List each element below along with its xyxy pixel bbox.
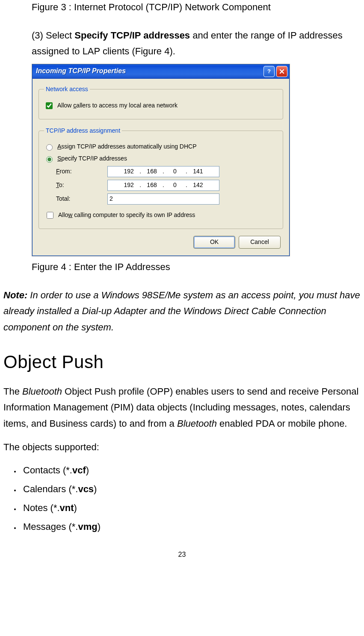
- to-u: T: [56, 181, 59, 188]
- titlebar-buttons: ?: [263, 66, 287, 77]
- close-button[interactable]: [276, 66, 287, 77]
- obj3-post: ): [98, 521, 101, 532]
- dialog-title: Incoming TCP/IP Properties: [36, 66, 126, 77]
- to-ip-3: 142: [189, 181, 207, 190]
- list-item: Messages (*.vmg): [21, 520, 361, 534]
- specify-u: S: [57, 155, 61, 162]
- to-post: o:: [59, 181, 64, 188]
- obj1-ext: vcs: [78, 484, 94, 494]
- help-button[interactable]: ?: [263, 66, 275, 77]
- from-ip-field[interactable]: 192. 168. 0. 141: [107, 166, 219, 177]
- step3-bold: Specify TCP/IP addresses: [74, 30, 190, 41]
- section-heading: Object Push: [3, 348, 361, 376]
- allow-callers-label: Allow callers to access my local area ne…: [57, 101, 178, 110]
- from-ip-3: 141: [189, 167, 207, 176]
- obj2-pre: Notes (*.: [23, 502, 60, 513]
- obj0-post: ): [86, 465, 89, 476]
- specify-radio[interactable]: [46, 156, 53, 163]
- from-post: rom:: [60, 168, 72, 175]
- page-number: 23: [3, 550, 361, 560]
- allow-callers-post: allers to access my local area network: [76, 102, 178, 109]
- note-label: Note:: [3, 290, 27, 300]
- dialog-client: Network access Allow callers to access m…: [33, 79, 289, 256]
- dialog-container: Incoming TCP/IP Properties ? Network acc…: [32, 64, 290, 256]
- dhcp-u: A: [57, 143, 61, 150]
- note-paragraph: Note: In order to use a Windows 98SE/Me …: [3, 287, 361, 335]
- opp-p1e: enabled PDA or mobile phone.: [217, 418, 347, 429]
- to-ip-field[interactable]: 192. 168. 0. 142: [107, 180, 219, 191]
- obj1-pre: Calendars (*.: [23, 484, 78, 494]
- svg-text:?: ?: [267, 68, 271, 74]
- allow-own-post: calling computer to specify its own IP a…: [72, 211, 195, 218]
- ok-button[interactable]: OK: [193, 236, 235, 249]
- allow-own-pre: Allo: [58, 211, 68, 218]
- objects-list: Contacts (*.vcf) Calendars (*.vcs) Notes…: [21, 463, 361, 534]
- allow-own-ip-checkbox[interactable]: [47, 212, 53, 219]
- allow-own-u: w: [68, 211, 72, 218]
- network-access-group: Network access Allow callers to access m…: [38, 85, 283, 119]
- dhcp-radio[interactable]: [46, 144, 53, 151]
- note-text: In order to use a Windows 98SE/Me system…: [3, 290, 360, 333]
- obj0-pre: Contacts (*.: [23, 465, 72, 476]
- step3-instruction: (3) Select Specify TCP/IP addresses and …: [32, 27, 361, 59]
- obj2-ext: vnt: [60, 502, 74, 513]
- list-item: Calendars (*.vcs): [21, 482, 361, 496]
- opp-p1b: Bluetooth: [22, 386, 62, 397]
- allow-own-ip-label: Allow calling computer to specify its ow…: [58, 211, 195, 220]
- obj2-post: ): [74, 502, 77, 513]
- obj3-ext: vmg: [78, 521, 97, 532]
- from-ip-0: 192: [120, 167, 138, 176]
- titlebar: Incoming TCP/IP Properties ?: [33, 65, 289, 79]
- from-u: F: [56, 168, 60, 175]
- list-item: Contacts (*.vcf): [21, 463, 361, 478]
- list-item: Notes (*.vnt): [21, 501, 361, 515]
- to-ip-0: 192: [120, 181, 138, 190]
- opp-paragraph: The Bluetooth Object Push profile (OPP) …: [3, 383, 361, 431]
- step3-prefix: (3) Select: [32, 30, 74, 41]
- cancel-button[interactable]: Cancel: [239, 236, 281, 249]
- allow-callers-checkbox[interactable]: [46, 102, 53, 109]
- dhcp-label: Assign TCP/IP addresses automatically us…: [57, 142, 197, 152]
- total-field: 2: [107, 193, 219, 205]
- specify-post: pecify TCP/IP addresses: [61, 155, 127, 162]
- tcpip-dialog: Incoming TCP/IP Properties ? Network acc…: [32, 64, 290, 256]
- obj0-ext: vcf: [72, 465, 86, 476]
- from-label: From:: [44, 167, 107, 176]
- objects-supported-label: The objects supported:: [3, 439, 361, 455]
- to-label: To:: [44, 181, 107, 190]
- specify-label: Specify TCP/IP addresses: [57, 154, 127, 163]
- to-ip-2: 0: [166, 181, 184, 190]
- from-ip-1: 168: [143, 167, 161, 176]
- opp-p1d: Bluetooth: [177, 418, 217, 429]
- allow-callers-pre: Allow: [57, 102, 73, 109]
- obj1-post: ): [94, 484, 97, 494]
- obj3-pre: Messages (*.: [23, 521, 78, 532]
- figure3-caption: Figure 3 : Internet Protocol (TCP/IP) Ne…: [32, 0, 361, 15]
- opp-p1a: The: [3, 386, 22, 397]
- figure4-caption: Figure 4 : Enter the IP Addresses: [32, 260, 361, 274]
- tcpip-assignment-group: TCP/IP address assignment Assign TCP/IP …: [38, 126, 283, 229]
- to-ip-1: 168: [143, 181, 161, 190]
- dialog-button-row: OK Cancel: [38, 236, 283, 249]
- tcpip-assignment-legend: TCP/IP address assignment: [44, 126, 122, 136]
- dhcp-post: ssign TCP/IP addresses automatically usi…: [61, 143, 196, 150]
- network-access-legend: Network access: [44, 85, 90, 94]
- from-ip-2: 0: [166, 167, 184, 176]
- total-label: Total:: [44, 194, 107, 204]
